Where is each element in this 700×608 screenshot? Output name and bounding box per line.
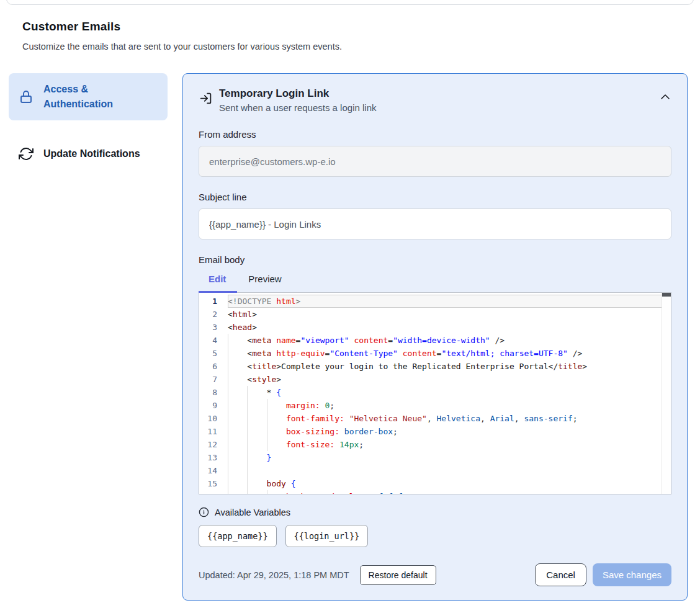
restore-default-button[interactable]: Restore default (360, 565, 436, 585)
sidebar-item-access-authentication[interactable]: Access & Authentication (9, 73, 168, 120)
code-token (271, 334, 276, 347)
code-token: </ (549, 360, 559, 373)
code-line[interactable]: 3<head> (199, 321, 671, 334)
variable-chip-app-name[interactable]: {{app_name}} (199, 525, 277, 547)
indent-guide (228, 425, 247, 438)
code-token: ; (393, 425, 398, 438)
code-token: html (233, 308, 252, 321)
code-line[interactable]: 1<!DOCTYPE html> (199, 295, 671, 308)
line-number[interactable]: 12 (199, 438, 228, 451)
code-token: "text/html; charset=UTF-8" (441, 347, 568, 360)
code-line-content: background-color: #f9f9f9; (228, 490, 671, 494)
code-line-content: <title>Complete your login to the Replic… (228, 360, 671, 373)
code-line[interactable]: 13} (199, 451, 671, 464)
code-token: { (276, 386, 281, 399)
updated-timestamp: Updated: Apr 29, 2025, 1:18 PM MDT (199, 570, 349, 580)
code-token: , (427, 412, 437, 425)
code-line[interactable]: 12font-size: 14px; (199, 438, 671, 451)
code-token: * (267, 386, 277, 399)
variable-chip-login-url[interactable]: {{login_url}} (285, 525, 369, 547)
code-token (349, 334, 354, 347)
indent-guide (228, 438, 247, 451)
code-token: > (252, 308, 257, 321)
page-subtitle: Customize the emails that are sent to yo… (22, 42, 678, 51)
subject-line-input[interactable] (199, 208, 671, 239)
code-token: > (296, 295, 301, 308)
code-token: "width=device-width" (393, 334, 490, 347)
code-token: > (582, 360, 587, 373)
code-token: < (228, 308, 233, 321)
code-line[interactable]: 2<html> (199, 308, 671, 321)
code-line[interactable]: 8* { (199, 386, 671, 399)
code-editor-wrap: 1<!DOCTYPE html>2<html>3<head>4<meta nam… (199, 292, 671, 494)
code-line[interactable]: 4<meta name="viewport" content="width=de… (199, 334, 671, 347)
code-token: = (388, 334, 393, 347)
collapse-panel-button[interactable] (659, 92, 671, 101)
line-number[interactable]: 4 (199, 334, 228, 347)
line-number[interactable]: 16 (199, 490, 228, 494)
indent-guide (267, 438, 286, 451)
sidebar-item-update-notifications[interactable]: Update Notifications (9, 138, 168, 170)
from-address-input[interactable] (199, 146, 671, 177)
code-line[interactable]: 14 (199, 464, 671, 477)
code-token: /> (568, 347, 582, 360)
code-line[interactable]: 10font-family: "Helvetica Neue", Helveti… (199, 412, 671, 425)
temporary-login-link-panel: Temporary Login Link Sent when a user re… (182, 73, 688, 601)
code-line[interactable]: 7<style> (199, 373, 671, 386)
panel-header: Temporary Login Link Sent when a user re… (199, 87, 671, 113)
tab-preview[interactable]: Preview (248, 274, 281, 284)
editor-scrollbar[interactable] (662, 293, 671, 494)
refresh-icon (19, 146, 34, 161)
code-line[interactable]: 15body { (199, 477, 671, 490)
line-number[interactable]: 5 (199, 347, 228, 360)
line-number[interactable]: 8 (199, 386, 228, 399)
indent-guide (228, 477, 247, 490)
line-number[interactable]: 14 (199, 464, 228, 477)
indent-guide (228, 360, 247, 373)
code-editor[interactable]: 1<!DOCTYPE html>2<html>3<head>4<meta nam… (199, 292, 671, 494)
line-number[interactable]: 9 (199, 399, 228, 412)
indent-guide (228, 347, 247, 360)
save-changes-button[interactable]: Save changes (593, 563, 671, 586)
indent-guide (247, 412, 266, 425)
code-token: Helvetica (437, 412, 480, 425)
line-number[interactable]: 13 (199, 451, 228, 464)
code-token (271, 347, 276, 360)
line-number[interactable]: 3 (199, 321, 228, 334)
code-token: style (252, 373, 276, 386)
panel-subtitle: Sent when a user requests a login link (219, 102, 376, 113)
line-number[interactable]: 15 (199, 477, 228, 490)
code-line[interactable]: 6<title>Complete your login to the Repli… (199, 360, 671, 373)
code-line-content: <meta name="viewport" content="width=dev… (228, 334, 671, 347)
code-token: name (276, 334, 295, 347)
indent-guide (228, 334, 247, 347)
content-area: Access & Authentication Update Notificat… (0, 73, 700, 601)
code-token: } (267, 451, 272, 464)
code-line[interactable]: 16background-color: #f9f9f9; (199, 490, 671, 494)
line-number[interactable]: 11 (199, 425, 228, 438)
available-variables-row: Available Variables (199, 507, 671, 517)
line-number[interactable]: 7 (199, 373, 228, 386)
indent-guide (228, 490, 247, 494)
indent-guide (228, 386, 247, 399)
cancel-button[interactable]: Cancel (535, 563, 586, 586)
code-line[interactable]: 11box-sizing: border-box; (199, 425, 671, 438)
indent-guide (247, 451, 266, 464)
line-number[interactable]: 2 (199, 308, 228, 321)
editor-scrollbar-thumb[interactable] (662, 293, 671, 297)
subject-line-label: Subject line (199, 192, 671, 202)
active-tab-indicator (199, 291, 237, 293)
code-line[interactable]: 5<meta http-equiv="Content-Type" content… (199, 347, 671, 360)
tab-edit[interactable]: Edit (209, 274, 226, 284)
code-token: content (354, 334, 388, 347)
code-line[interactable]: 9margin: 0; (199, 399, 671, 412)
indent-guide (247, 399, 266, 412)
line-number[interactable]: 1 (199, 295, 228, 308)
line-number[interactable]: 10 (199, 412, 228, 425)
line-number[interactable]: 6 (199, 360, 228, 373)
code-token (369, 490, 374, 494)
code-token: { (291, 477, 296, 490)
code-token: <!DOCTYPE (228, 295, 276, 308)
code-token: font-size: (286, 438, 334, 451)
code-token: http-equiv (276, 347, 325, 360)
